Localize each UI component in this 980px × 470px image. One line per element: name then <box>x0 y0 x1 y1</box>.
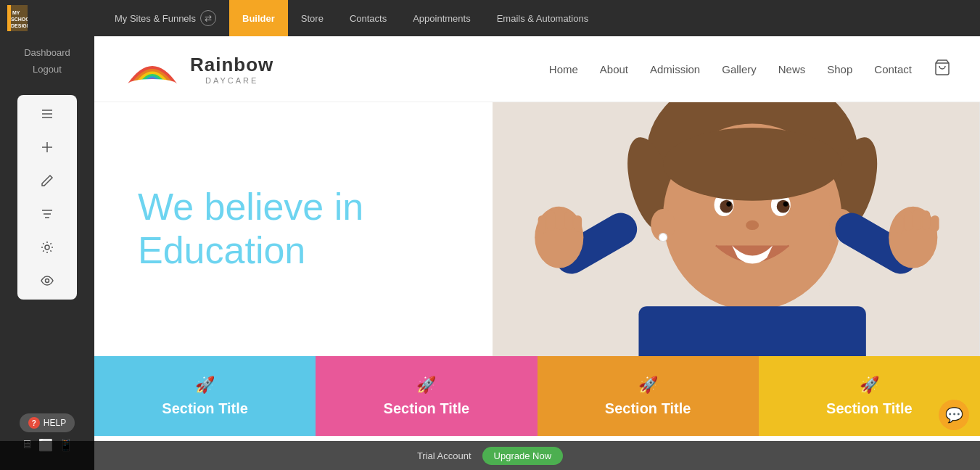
svg-rect-42 <box>574 215 582 231</box>
tile1-icon: 🚀 <box>195 376 215 395</box>
svg-rect-48 <box>931 215 939 231</box>
left-sidebar: Dashboard Logout <box>0 36 94 470</box>
svg-rect-45 <box>905 210 913 231</box>
top-nav: MY SCHOOL DESIGN My Sites & Funnels ⇄ Bu… <box>0 0 980 36</box>
svg-rect-39 <box>547 210 555 231</box>
nav-emails[interactable]: Emails & Automations <box>484 0 601 36</box>
site-nav-admission[interactable]: Admission <box>650 63 700 75</box>
site-nav-shop[interactable]: Shop <box>827 63 852 75</box>
site-header: Rainbow DAYCARE Home About Admission Gal… <box>94 36 980 102</box>
site-nav-about[interactable]: About <box>600 63 628 75</box>
svg-text:SCHOOL: SCHOOL <box>11 17 28 22</box>
main-content: Rainbow DAYCARE Home About Admission Gal… <box>94 36 980 470</box>
nav-my-sites[interactable]: My Sites & Funnels ⇄ <box>102 0 229 36</box>
svg-text:MY: MY <box>12 10 20 15</box>
svg-rect-34 <box>639 306 866 356</box>
svg-rect-46 <box>913 209 921 230</box>
svg-rect-40 <box>556 209 564 230</box>
svg-point-24 <box>720 200 733 213</box>
section-tiles: 🚀 Section Title 🚀 Section Title 🚀 Sectio… <box>94 356 980 436</box>
svg-point-25 <box>777 200 790 213</box>
swap-icon[interactable]: ⇄ <box>200 10 216 26</box>
help-icon: ? <box>28 417 40 429</box>
logo-text: Rainbow DAYCARE <box>190 54 273 85</box>
svg-point-33 <box>663 128 841 201</box>
brand-icon: MY SCHOOL DESIGN <box>7 5 28 31</box>
svg-point-13 <box>45 245 49 250</box>
tool-panel <box>17 95 77 300</box>
status-bar: Trial Account Upgrade Now <box>0 441 980 470</box>
upgrade-button[interactable]: Upgrade Now <box>482 447 564 465</box>
menu-tool[interactable] <box>37 104 57 124</box>
chat-bubble[interactable]: 💬 <box>939 400 969 430</box>
hero-headline: We believe in Education <box>138 186 363 273</box>
svg-rect-44 <box>896 215 904 234</box>
site-nav-contact[interactable]: Contact <box>874 63 912 75</box>
logout-link[interactable]: Logout <box>33 64 62 75</box>
svg-point-27 <box>783 202 788 207</box>
help-button[interactable]: ? HELP <box>20 413 75 432</box>
trial-label: Trial Account <box>417 450 472 461</box>
brand-logo: MY SCHOOL DESIGN <box>7 5 102 31</box>
section-tile-1[interactable]: 🚀 Section Title <box>94 356 316 436</box>
section-tile-2[interactable]: 🚀 Section Title <box>316 356 537 436</box>
svg-rect-47 <box>923 210 931 230</box>
main-nav: My Sites & Funnels ⇄ Builder Store Conta… <box>102 0 973 36</box>
nav-store[interactable]: Store <box>288 0 337 36</box>
svg-point-26 <box>727 202 732 207</box>
settings-tool[interactable] <box>37 237 57 257</box>
preview-tool[interactable] <box>37 271 57 291</box>
svg-point-31 <box>659 234 667 242</box>
nav-appointments[interactable]: Appointments <box>400 0 484 36</box>
site-logo: Rainbow DAYCARE <box>123 47 273 91</box>
site-nav-gallery[interactable]: Gallery <box>722 63 757 75</box>
edit-tool[interactable] <box>37 170 57 191</box>
nav-builder[interactable]: Builder <box>229 0 288 36</box>
site-nav: Home About Admission Gallery News Shop C… <box>549 59 951 80</box>
rainbow-graphic <box>123 47 181 91</box>
site-nav-home[interactable]: Home <box>549 63 578 75</box>
svg-rect-41 <box>565 210 573 230</box>
add-tool[interactable] <box>37 137 57 157</box>
hero-image <box>493 102 980 356</box>
svg-rect-38 <box>538 215 546 234</box>
svg-point-14 <box>46 279 49 283</box>
tile4-icon: 🚀 <box>860 376 879 395</box>
tile2-icon: 🚀 <box>416 376 436 395</box>
filter-tool[interactable] <box>37 204 57 224</box>
site-nav-news[interactable]: News <box>778 63 806 75</box>
hero-illustration <box>493 102 980 356</box>
nav-contacts[interactable]: Contacts <box>337 0 400 36</box>
svg-point-15 <box>127 79 178 91</box>
hero-text: We believe in Education <box>94 157 407 302</box>
svg-point-28 <box>746 220 759 230</box>
tile3-icon: 🚀 <box>638 376 658 395</box>
section-tile-3[interactable]: 🚀 Section Title <box>538 356 759 436</box>
hero-section: We believe in Education <box>94 102 980 356</box>
dashboard-link[interactable]: Dashboard <box>24 47 70 58</box>
svg-text:DESIGN: DESIGN <box>11 23 28 28</box>
cart-icon[interactable] <box>934 59 951 80</box>
